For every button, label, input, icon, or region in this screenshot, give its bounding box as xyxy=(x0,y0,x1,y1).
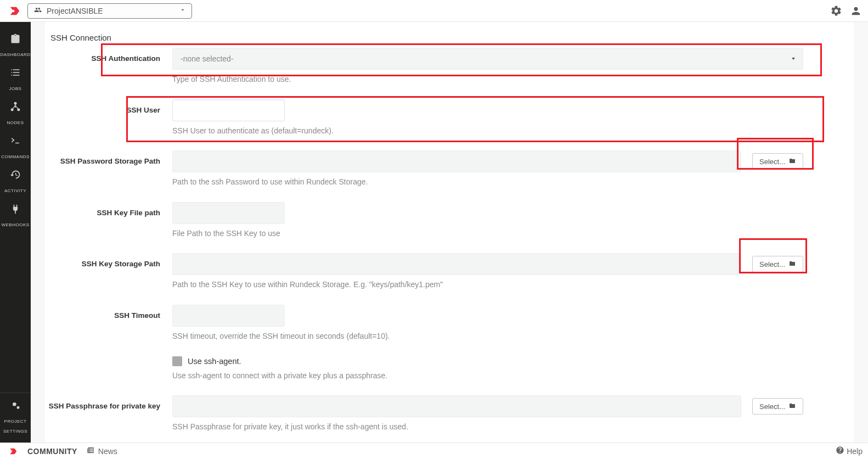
help-ssh-user: SSH User to authenticate as (default=run… xyxy=(172,126,803,137)
nodes-icon xyxy=(0,101,31,114)
label-ssh-passphrase: SSH Passphrase for private key xyxy=(45,395,172,410)
section-title: SSH Connection xyxy=(50,33,854,42)
terminal-icon xyxy=(0,135,31,148)
sidebar-item-label: JOBS xyxy=(9,86,22,91)
list-icon xyxy=(0,67,31,80)
sidebar-item-label: PROJECTSETTINGS xyxy=(3,419,27,434)
history-icon xyxy=(0,169,31,182)
svg-point-3 xyxy=(17,108,20,111)
sidebar-item-dashboard[interactable]: DASHBOARD xyxy=(0,29,31,63)
row-ssh-passphrase: SSH Passphrase for private key Select...… xyxy=(45,395,854,433)
project-name: ProjectANSIBLE xyxy=(47,7,175,15)
row-ssh-key-storage: SSH Key Storage Path Select... Path to t… xyxy=(45,253,854,290)
content-scroll[interactable]: SSH Connection SSH Authentication -none … xyxy=(31,22,868,443)
help-ssh-password-storage: Path to the ssh Password to use within R… xyxy=(172,177,803,188)
chevron-down-icon xyxy=(792,58,795,60)
project-selector[interactable]: ProjectANSIBLE xyxy=(27,3,192,19)
news-link[interactable]: News xyxy=(98,447,117,456)
help-ssh-timeout: SSH timeout, override the SSH timeout in… xyxy=(172,331,803,342)
help-ssh-key-storage: Path to the SSH Key to use within Rundec… xyxy=(172,279,803,290)
folder-open-icon xyxy=(788,158,796,166)
help-ssh-key-file: File Path to the SSH Key to use xyxy=(172,228,803,239)
ssh-passphrase-input[interactable] xyxy=(172,395,741,417)
select-value: -none selected- xyxy=(181,54,234,63)
row-use-ssh-agent: Use ssh-agent. Use ssh-agent to connect … xyxy=(45,356,854,382)
row-ssh-key-file: SSH Key File path File Path to the SSH K… xyxy=(45,202,854,239)
sidebar-item-label: COMMANDS xyxy=(1,154,30,159)
sidebar: DASHBOARD JOBS NODES COMMANDS ACTIVITY W… xyxy=(0,22,31,443)
row-ssh-password-storage: SSH Password Storage Path Select... Path… xyxy=(45,150,854,188)
gears-icon xyxy=(0,400,31,413)
label-empty xyxy=(45,356,172,363)
topbar: ProjectANSIBLE xyxy=(0,0,868,22)
user-button[interactable] xyxy=(849,4,863,18)
help-ssh-passphrase: SSH Passphrase for private key, it just … xyxy=(172,422,803,433)
group-icon xyxy=(33,6,42,15)
community-label: COMMUNITY xyxy=(27,447,77,456)
ssh-password-storage-select-button[interactable]: Select... xyxy=(752,153,803,170)
sidebar-item-activity[interactable]: ACTIVITY xyxy=(0,165,31,199)
folder-open-icon xyxy=(788,402,796,411)
sidebar-item-webhooks[interactable]: WEBHOOKS xyxy=(0,199,31,233)
footer: COMMUNITY News Help xyxy=(0,443,868,459)
svg-point-2 xyxy=(11,108,14,111)
row-ssh-user: SSH User SSH User to authenticate as (de… xyxy=(45,99,854,137)
label-ssh-password-storage: SSH Password Storage Path xyxy=(45,150,172,165)
sidebar-item-project-settings[interactable]: PROJECTSETTINGS xyxy=(0,393,31,443)
help-icon xyxy=(836,446,844,456)
rundeck-logo-icon xyxy=(9,446,19,456)
label-ssh-key-file: SSH Key File path xyxy=(45,202,172,217)
help-use-ssh-agent: Use ssh-agent to connect with a private … xyxy=(172,371,803,382)
ssh-authentication-select[interactable]: -none selected- xyxy=(172,48,803,70)
ssh-password-storage-input[interactable] xyxy=(172,150,741,172)
row-ssh-authentication: SSH Authentication -none selected- Type … xyxy=(45,48,854,85)
sidebar-item-label: DASHBOARD xyxy=(0,52,30,57)
sidebar-item-nodes[interactable]: NODES xyxy=(0,97,31,131)
clipboard-icon xyxy=(0,33,31,46)
label-ssh-timeout: SSH Timeout xyxy=(45,305,172,320)
svg-rect-0 xyxy=(10,10,14,12)
folder-open-icon xyxy=(788,260,796,268)
ssh-key-storage-select-button[interactable]: Select... xyxy=(752,256,803,272)
plug-icon xyxy=(0,203,31,216)
use-ssh-agent-checkbox[interactable] xyxy=(172,356,182,366)
form-panel: SSH Connection SSH Authentication -none … xyxy=(45,22,854,443)
chevron-down-icon xyxy=(179,7,186,15)
settings-button[interactable] xyxy=(830,4,843,18)
newspaper-icon xyxy=(86,446,95,456)
ssh-key-file-input[interactable] xyxy=(172,202,285,224)
rundeck-logo-icon xyxy=(9,4,22,18)
sidebar-item-label: NODES xyxy=(7,120,24,125)
sidebar-item-label: WEBHOOKS xyxy=(1,222,29,227)
label-ssh-user: SSH User xyxy=(45,99,172,114)
ssh-user-input[interactable] xyxy=(172,99,285,121)
ssh-key-storage-input[interactable] xyxy=(172,253,741,275)
sidebar-item-label: ACTIVITY xyxy=(4,188,26,193)
use-ssh-agent-label: Use ssh-agent. xyxy=(188,357,241,366)
help-link[interactable]: Help xyxy=(836,446,863,456)
label-ssh-authentication: SSH Authentication xyxy=(45,48,172,63)
ssh-timeout-input[interactable] xyxy=(172,305,285,327)
sidebar-item-commands[interactable]: COMMANDS xyxy=(0,131,31,165)
row-ssh-timeout: SSH Timeout SSH timeout, override the SS… xyxy=(45,305,854,342)
svg-point-1 xyxy=(14,102,17,105)
label-ssh-key-storage: SSH Key Storage Path xyxy=(45,253,172,268)
help-ssh-authentication: Type of SSH Authentication to use. xyxy=(172,74,803,85)
ssh-passphrase-select-button[interactable]: Select... xyxy=(752,398,803,415)
sidebar-item-jobs[interactable]: JOBS xyxy=(0,63,31,97)
